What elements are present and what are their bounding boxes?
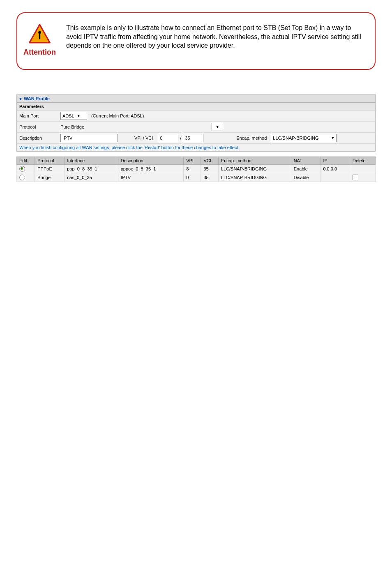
vci-separator: / bbox=[180, 136, 181, 140]
attention-box: Attention This example is only to illust… bbox=[16, 12, 376, 70]
description-input[interactable]: IPTV bbox=[60, 134, 118, 142]
wan-list-table: Edit Protocol Interface Description VPI … bbox=[16, 157, 376, 182]
cell-encap: LLC/SNAP-BRIDGING bbox=[218, 165, 291, 173]
svg-point-1 bbox=[38, 31, 41, 34]
protocol-label: Protocol bbox=[19, 124, 60, 129]
wan-profile-title: WAN Profile bbox=[24, 96, 50, 101]
protocol-select[interactable]: ▼ bbox=[212, 123, 223, 131]
vci-input[interactable]: 35 bbox=[183, 134, 203, 142]
attention-label: Attention bbox=[23, 48, 56, 57]
cell-nat: Enable bbox=[291, 165, 321, 173]
delete-checkbox[interactable] bbox=[353, 175, 358, 180]
cell-vci: 35 bbox=[201, 173, 218, 182]
cell-encap: LLC/SNAP-BRIDGING bbox=[218, 173, 291, 182]
th-description: Description bbox=[118, 157, 183, 165]
protocol-row: Protocol Pure Bridge ▼ bbox=[16, 122, 376, 133]
caret-down-icon: ▼ bbox=[18, 97, 23, 101]
cell-interface: nas_0_0_35 bbox=[65, 173, 118, 182]
cell-nat: Disable bbox=[291, 173, 321, 182]
th-protocol: Protocol bbox=[35, 157, 65, 165]
cell-protocol: PPPoE bbox=[35, 165, 65, 173]
protocol-value: Pure Bridge bbox=[60, 124, 84, 129]
attention-left: Attention bbox=[23, 23, 56, 57]
cell-description: pppoe_0_8_35_1 bbox=[118, 165, 183, 173]
cell-description: IPTV bbox=[118, 173, 183, 182]
cell-interface: ppp_0_8_35_1 bbox=[65, 165, 118, 173]
wan-profile-panel: ▼ WAN Profile Parameters Main Port ADSL … bbox=[16, 94, 376, 152]
vpi-input[interactable]: 0 bbox=[158, 134, 178, 142]
main-port-label: Main Port bbox=[19, 113, 60, 118]
main-port-value: ADSL bbox=[62, 113, 74, 118]
cell-vpi: 0 bbox=[184, 173, 201, 182]
table-row: Bridge nas_0_0_35 IPTV 0 35 LLC/SNAP-BRI… bbox=[17, 173, 376, 182]
main-port-select[interactable]: ADSL ▼ bbox=[60, 112, 87, 120]
cell-delete bbox=[350, 165, 375, 173]
description-label: Description bbox=[19, 136, 60, 140]
th-delete: Delete bbox=[350, 157, 375, 165]
caret-down-icon: ▼ bbox=[331, 136, 334, 140]
encap-value: LLC/SNAP-BRIDGING bbox=[273, 136, 318, 140]
vci-value: 35 bbox=[185, 136, 190, 140]
th-vpi: VPI bbox=[184, 157, 201, 165]
attention-text: This example is only to illustrate how t… bbox=[66, 23, 364, 50]
encap-label: Encap. method bbox=[236, 136, 267, 140]
edit-radio[interactable] bbox=[19, 166, 25, 172]
vpi-vci-label: VPI / VCI bbox=[134, 136, 153, 140]
encap-select[interactable]: LLC/SNAP-BRIDGING ▼ bbox=[271, 134, 337, 142]
cell-ip: 0.0.0.0 bbox=[321, 165, 350, 173]
th-interface: Interface bbox=[65, 157, 118, 165]
caret-down-icon: ▼ bbox=[77, 114, 81, 118]
description-row: Description IPTV VPI / VCI 0 / 35 Encap.… bbox=[16, 133, 376, 144]
th-encap: Encap. method bbox=[218, 157, 291, 165]
th-nat: NAT bbox=[291, 157, 321, 165]
table-header-row: Edit Protocol Interface Description VPI … bbox=[17, 157, 376, 165]
th-edit: Edit bbox=[17, 157, 35, 165]
main-port-row: Main Port ADSL ▼ (Current Main Port: ADS… bbox=[16, 111, 376, 122]
th-ip: IP bbox=[321, 157, 350, 165]
description-value: IPTV bbox=[62, 136, 72, 140]
svg-rect-2 bbox=[39, 34, 40, 39]
th-vci: VCI bbox=[201, 157, 218, 165]
cell-delete bbox=[350, 173, 375, 182]
table-row: PPPoE ppp_0_8_35_1 pppoe_0_8_35_1 8 35 L… bbox=[17, 165, 376, 173]
edit-radio[interactable] bbox=[19, 175, 25, 180]
parameters-header: Parameters bbox=[16, 103, 376, 111]
vpi-value: 0 bbox=[160, 136, 162, 140]
warning-icon bbox=[28, 23, 51, 46]
main-port-note: (Current Main Port: ADSL) bbox=[91, 113, 144, 118]
restart-note: When you finish configuring all WAN sett… bbox=[16, 144, 376, 152]
cell-protocol: Bridge bbox=[35, 173, 65, 182]
cell-vpi: 8 bbox=[184, 165, 201, 173]
wan-profile-header[interactable]: ▼ WAN Profile bbox=[16, 94, 376, 103]
cell-vci: 35 bbox=[201, 165, 218, 173]
caret-down-icon: ▼ bbox=[216, 125, 219, 129]
cell-ip bbox=[321, 173, 350, 182]
